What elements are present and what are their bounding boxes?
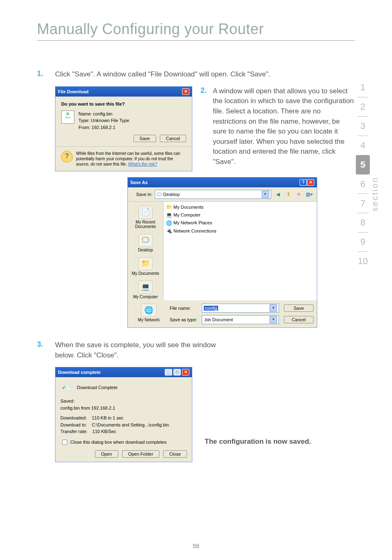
configuration-saved-note: The configuration is now saved. — [205, 438, 311, 446]
whats-the-risk-link[interactable]: What's the risk? — [128, 162, 157, 166]
back-icon[interactable]: ◀ — [274, 190, 282, 198]
fd-name-label: Name: — [78, 111, 92, 116]
step2-number: 2. — [201, 86, 213, 172]
filename-label: File name: — [170, 306, 199, 311]
section-link-1[interactable]: 1 — [356, 78, 370, 97]
step1-number: 1. — [37, 69, 55, 80]
shield-icon: ? — [61, 151, 73, 162]
close-when-complete-checkbox[interactable] — [62, 440, 67, 445]
file-download-question: Do you want to save this file? — [61, 101, 186, 106]
place-desktop[interactable]: 🖵 Desktop — [137, 232, 154, 254]
download-complete-icon: ✔︎📄 — [60, 381, 73, 394]
list-item: 🔌Network Connections — [166, 227, 314, 235]
open-folder-button[interactable]: Open Folder — [122, 450, 159, 458]
page-number: 59 — [0, 543, 392, 549]
place-mycomp[interactable]: 💻 My Computer — [132, 279, 159, 301]
section-link-6[interactable]: 6 — [356, 175, 370, 194]
title-divider — [37, 40, 355, 41]
file-type-icon: ▦dos — [61, 111, 74, 124]
section-word: section — [370, 177, 380, 211]
savetype-label: Save as type: — [170, 317, 199, 322]
list-item: 💻My Computer — [166, 211, 314, 219]
save-as-titlebar: Save As ? ✕ — [128, 177, 317, 187]
list-item: 🌐My Network Places — [166, 219, 314, 227]
section-link-9[interactable]: 9 — [356, 233, 370, 251]
place-mydocs[interactable]: 📁 My Documents — [131, 256, 160, 277]
open-button[interactable]: Open — [95, 450, 118, 458]
save-button[interactable]: Save — [284, 304, 314, 312]
list-item: 📁My Documents — [166, 203, 314, 211]
place-mynetwork[interactable]: 🌐 My Network — [131, 304, 166, 324]
my-documents-icon: 📁 — [138, 257, 152, 270]
step2-text: A window will open that allows you to se… — [213, 86, 355, 172]
close-icon[interactable]: ✕ — [182, 88, 189, 95]
download-complete-title: Download complete — [58, 370, 101, 375]
file-list[interactable]: 📁My Documents 💻My Computer 🌐My Network P… — [164, 202, 317, 300]
dc-downloaded-value: 110 KB in 1 sec — [92, 415, 123, 420]
fd-type-value: Unknown File Type — [91, 118, 129, 123]
cancel-button[interactable]: Cancel — [160, 135, 186, 142]
savetype-value: .bin Document — [204, 317, 233, 322]
chevron-down-icon[interactable]: ▾ — [262, 191, 269, 198]
save-as-dialog: Save As ? ✕ Save in: 🖵 Desktop ▾ ◀ ⬆ ✳ ▦… — [127, 177, 317, 328]
close-button[interactable]: Close — [163, 450, 187, 458]
close-icon[interactable]: ✕ — [307, 179, 314, 186]
dc-saved-label: Saved: — [60, 398, 187, 405]
maximize-icon[interactable]: □ — [173, 369, 181, 376]
views-icon[interactable]: ▦▾ — [305, 190, 313, 198]
fd-name-value: config.bin — [93, 111, 112, 116]
chevron-down-icon[interactable]: ▾ — [270, 316, 277, 323]
dc-downloadto-value: C:\Documents and Setting...\config.bin — [92, 422, 169, 427]
savein-value: Desktop — [163, 192, 180, 197]
page-title: Manually Configuring your Router — [37, 21, 355, 38]
save-as-title: Save As — [130, 180, 148, 185]
download-complete-titlebar: Download complete _ □ ✕ — [55, 367, 192, 377]
chevron-down-icon[interactable]: ▾ — [270, 304, 277, 312]
section-link-10[interactable]: 10 — [356, 252, 370, 271]
dc-rate-value: 110 KB/Sec — [92, 429, 116, 434]
fd-type-label: Type: — [78, 118, 90, 123]
section-link-8[interactable]: 8 — [356, 213, 370, 232]
savetype-dropdown[interactable]: .bin Document ▾ — [202, 315, 279, 324]
section-link-5[interactable]: 5 — [356, 155, 370, 174]
download-complete-head: Download Complete — [77, 384, 118, 391]
network-places-icon: 🌐 — [166, 219, 172, 227]
folder-icon: 📁 — [166, 203, 172, 211]
dc-downloaded-label: Downloaded: — [60, 415, 87, 420]
up-icon[interactable]: ⬆ — [284, 190, 293, 198]
section-link-7[interactable]: 7 — [356, 194, 370, 213]
save-button[interactable]: Save — [134, 135, 156, 142]
new-folder-icon[interactable]: ✳ — [295, 190, 303, 198]
place-recent[interactable]: 📄 My Recent Documents — [128, 204, 163, 230]
places-bar: 📄 My Recent Documents 🖵 Desktop 📁 My Doc… — [128, 202, 164, 300]
fd-from-value: 192.168.2.1 — [92, 125, 115, 130]
cancel-button[interactable]: Cancel — [284, 316, 314, 323]
my-computer-icon: 💻 — [166, 211, 172, 219]
step3-number: 3. — [37, 340, 55, 360]
desktop-icon: 🖵 — [138, 234, 152, 247]
dc-downloadto-label: Download to: — [60, 422, 87, 427]
close-when-complete-label: Close this dialog box when download comp… — [70, 439, 166, 446]
step3-text: When the save is complete, you will see … — [55, 340, 219, 360]
network-connections-icon: 🔌 — [166, 227, 172, 235]
file-download-title: File Download — [58, 89, 89, 94]
minimize-icon[interactable]: _ — [165, 369, 172, 376]
savein-dropdown[interactable]: 🖵 Desktop ▾ — [155, 190, 271, 199]
recent-documents-icon: 📄 — [138, 206, 152, 219]
close-icon[interactable]: ✕ — [182, 369, 189, 376]
dc-saved-value: config.bin from 192.168.2.1 — [60, 405, 187, 412]
dc-rate-label: Transfer rate: — [60, 429, 88, 434]
my-computer-icon: 💻 — [138, 281, 152, 294]
my-network-icon: 🌐 — [141, 304, 157, 317]
section-nav: 1 2 3 4 5 6 7 8 9 10 — [356, 78, 370, 271]
desktop-icon: 🖵 — [157, 192, 161, 197]
savein-label: Save in: — [131, 192, 152, 197]
section-link-4[interactable]: 4 — [356, 136, 370, 155]
filename-input[interactable]: config ▾ — [202, 304, 279, 313]
help-icon[interactable]: ? — [300, 179, 307, 186]
step1-text: Click "Save". A window called "File Down… — [55, 69, 355, 80]
section-link-2[interactable]: 2 — [356, 97, 370, 116]
section-link-3[interactable]: 3 — [356, 117, 370, 136]
download-complete-dialog: Download complete _ □ ✕ ✔︎📄 Download Com… — [55, 367, 192, 462]
file-download-dialog: File Download ✕ Do you want to save this… — [55, 86, 192, 172]
